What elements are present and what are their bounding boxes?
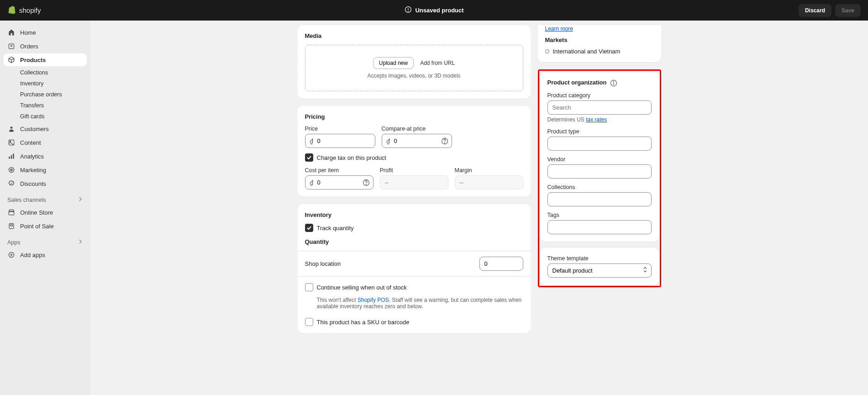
brand-logo: shopify [7, 5, 41, 16]
svg-rect-9 [13, 153, 14, 158]
unsaved-label: Unsaved product [415, 7, 463, 14]
media-dropzone[interactable]: Upload new Add from URL Accepts images, … [305, 45, 523, 91]
sales-channels-header[interactable]: Sales channels [4, 194, 87, 206]
category-search-input[interactable] [547, 100, 652, 115]
marketing-icon [7, 166, 16, 174]
continue-selling-note: This won't affect Shopify POS. Staff wil… [305, 297, 523, 310]
pricing-card: Pricing Price ₫ Compare-at price ₫ [298, 106, 531, 197]
sidebar-item-analytics[interactable]: Analytics [4, 150, 87, 163]
home-icon [7, 28, 16, 37]
status-dot-icon [545, 49, 549, 53]
sku-checkbox[interactable] [305, 318, 313, 326]
analytics-icon [7, 152, 16, 160]
add-from-url-link[interactable]: Add from URL [420, 60, 455, 66]
customers-icon [7, 125, 16, 133]
continue-selling-checkbox[interactable] [305, 283, 313, 291]
svg-rect-15 [11, 225, 13, 226]
sidebar-item-label: Home [20, 29, 36, 36]
shopify-pos-link[interactable]: Shopify POS [358, 297, 389, 303]
sidebar-item-marketing[interactable]: Marketing [4, 163, 87, 176]
sku-label: This product has a SKU or barcode [317, 319, 410, 326]
sidebar-sub-inventory[interactable]: Inventory [16, 78, 87, 89]
top-bar: shopify Unsaved product Discard Save [0, 0, 868, 21]
market-row: International and Vietnam [545, 48, 654, 55]
plus-circle-icon [7, 251, 16, 259]
svg-rect-8 [11, 155, 12, 159]
apps-header[interactable]: Apps [4, 236, 87, 248]
sidebar-item-pos[interactable]: Point of Sale [4, 220, 87, 232]
price-label: Price [305, 126, 375, 132]
currency-prefix: ₫ [386, 137, 390, 144]
discard-button[interactable]: Discard [799, 4, 831, 17]
collections-label: Collections [547, 184, 652, 190]
sidebar-item-label: Point of Sale [20, 223, 54, 230]
quantity-header: Quantity [305, 238, 523, 245]
quantity-input[interactable] [479, 257, 523, 271]
svg-point-22 [614, 81, 614, 82]
product-type-input[interactable] [547, 137, 652, 151]
chevron-right-icon [78, 196, 83, 203]
sidebar-item-discounts[interactable]: Discounts [4, 177, 87, 190]
orders-icon [7, 42, 16, 50]
margin-output [455, 175, 523, 190]
sidebar-item-home[interactable]: Home [4, 26, 87, 39]
svg-point-20 [366, 184, 366, 184]
sidebar-item-label: Analytics [20, 153, 44, 160]
shopify-bag-icon [7, 5, 16, 16]
help-icon[interactable] [363, 179, 370, 186]
select-arrows-icon [642, 266, 648, 275]
tags-label: Tags [547, 212, 652, 218]
sidebar-sub-collections[interactable]: Collections [16, 67, 87, 78]
charge-tax-checkbox[interactable] [305, 153, 313, 162]
product-organization-card: Product organization Product category De… [540, 72, 659, 242]
pos-icon [7, 222, 16, 230]
sidebar-sub-transfers[interactable]: Transfers [16, 100, 87, 111]
learn-more-link[interactable]: Learn more [545, 26, 573, 32]
info-icon[interactable] [610, 79, 617, 87]
sidebar-item-add-apps[interactable]: Add apps [4, 248, 87, 261]
sidebar-item-online-store[interactable]: Online Store [4, 206, 87, 219]
profit-label: Profit [380, 167, 448, 174]
collections-input[interactable] [547, 192, 652, 206]
tags-input[interactable] [547, 220, 652, 234]
sidebar-item-orders[interactable]: Orders [4, 40, 87, 53]
highlight-annotation: Product organization Product category De… [538, 69, 661, 287]
sidebar-sub-purchase-orders[interactable]: Purchase orders [16, 89, 87, 100]
profit-output [380, 175, 448, 190]
products-icon [7, 56, 16, 64]
inventory-title: Inventory [305, 211, 523, 218]
divider [298, 276, 531, 277]
price-input[interactable] [305, 134, 375, 148]
sidebar-item-label: Orders [20, 43, 38, 50]
sidebar-sub-gift-cards[interactable]: Gift cards [16, 111, 87, 122]
pricing-title: Pricing [305, 113, 523, 120]
tax-rates-link[interactable]: tax rates [586, 116, 607, 123]
currency-prefix: ₫ [310, 179, 313, 186]
save-button[interactable]: Save [835, 4, 861, 17]
continue-selling-label: Continue selling when out of stock [317, 284, 407, 291]
charge-tax-label: Charge tax on this product [317, 154, 386, 161]
help-icon[interactable] [441, 137, 448, 145]
divider [298, 251, 531, 251]
sidebar-item-label: Discounts [20, 180, 46, 187]
cost-label: Cost per item [305, 167, 374, 174]
theme-template-select[interactable] [547, 263, 652, 278]
svg-point-6 [10, 141, 11, 142]
sidebar-item-customers[interactable]: Customers [4, 122, 87, 135]
content-icon [7, 138, 16, 147]
markets-header: Markets [545, 37, 654, 43]
compare-label: Compare-at price [382, 126, 452, 132]
vendor-input[interactable] [547, 164, 652, 179]
track-quantity-checkbox[interactable] [305, 224, 313, 232]
upload-button[interactable]: Upload new [373, 57, 414, 69]
sidebar-item-content[interactable]: Content [4, 136, 87, 149]
template-label: Theme template [547, 255, 652, 262]
brand-name: shopify [19, 6, 41, 14]
chevron-right-icon [78, 239, 83, 246]
sidebar-item-products[interactable]: Products [4, 53, 87, 66]
inventory-card: Inventory Track quantity Quantity Shop l… [298, 204, 531, 333]
media-title: Media [305, 32, 523, 39]
discounts-icon [7, 179, 16, 188]
sidebar-item-label: Add apps [20, 252, 45, 258]
vendor-label: Vendor [547, 156, 652, 163]
